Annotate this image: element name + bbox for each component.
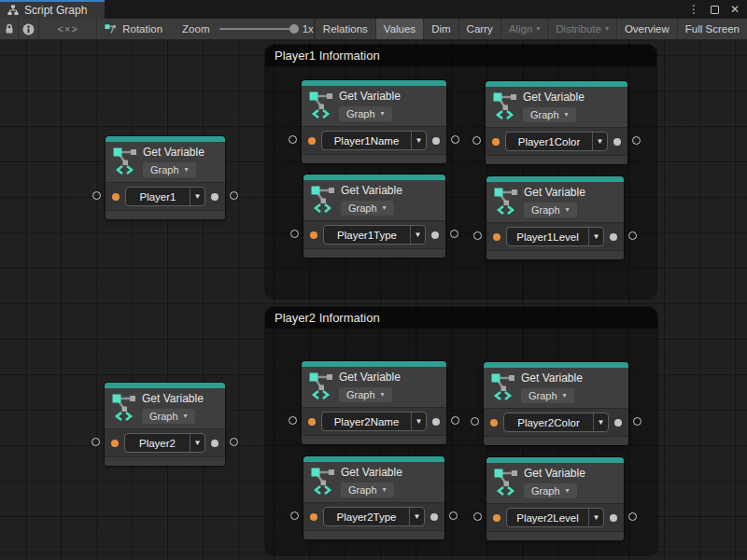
output-port[interactable] [431,231,439,239]
outer-port-left[interactable] [473,512,482,521]
toolbar-button-label: Values [384,23,416,35]
node-get-variable-player2color[interactable]: Get Variable Graph ▾ Player2Color ▼ [484,362,628,445]
input-port[interactable] [492,138,500,146]
node-get-variable-player1color[interactable]: Get Variable Graph ▾ Player1Color ▼ [486,81,627,164]
input-port[interactable] [490,419,498,427]
outer-port-left[interactable] [473,231,482,240]
variable-dropdown[interactable]: Player2Type ▼ [323,507,425,526]
variable-dropdown[interactable]: Player2Color ▼ [503,413,609,432]
input-port[interactable] [493,514,500,522]
outer-port-left[interactable] [290,230,299,238]
node-header: Get Variable Graph ▾ [302,86,446,126]
graph-canvas[interactable]: Player1 InformationPlayer2 Information G… [0,40,747,560]
toolbar-button-carry[interactable]: Carry [458,19,500,39]
outer-port-right[interactable] [451,135,459,144]
input-port[interactable] [310,231,317,239]
menu-icon[interactable]: ⋮ [688,4,699,15]
node-header: Get Variable Graph ▾ [303,462,444,502]
output-port[interactable] [211,193,218,201]
output-port[interactable] [432,418,440,426]
toolbar-button-values[interactable]: Values [375,19,423,39]
outer-port-right[interactable] [451,416,459,425]
node-get-variable-player1name[interactable]: Get Variable Graph ▾ Player1Name ▼ [302,80,446,163]
variable-dropdown[interactable]: Player1Type ▼ [323,225,426,245]
lock-button[interactable] [0,19,19,39]
code-view-button[interactable]: <×> [39,19,96,39]
scope-dropdown[interactable]: Graph ▾ [143,162,196,177]
node-get-variable-player2name[interactable]: Get Variable Graph ▾ Player2Name ▼ [302,361,446,444]
outer-port-left[interactable] [290,511,299,520]
outer-port-right[interactable] [230,191,238,200]
input-port[interactable] [493,233,500,241]
variable-dropdown[interactable]: Player1Name ▼ [321,131,427,150]
scope-dropdown[interactable]: Graph ▾ [524,483,577,498]
variable-name: Player2Type [324,508,409,525]
toolbar-button-align[interactable]: Align▾ [500,19,548,39]
outer-port-right[interactable] [633,417,641,426]
scope-dropdown[interactable]: Graph ▾ [339,106,392,121]
outer-port-left[interactable] [92,191,101,200]
maximize-icon[interactable] [711,6,719,14]
group-title[interactable]: Player2 Information [265,307,657,329]
outer-port-right[interactable] [628,512,637,521]
toolbar-button-label: Full Screen [685,23,740,35]
outer-port-left[interactable] [472,136,481,145]
tab-script-graph[interactable]: Script Graph [0,0,105,19]
scope-dropdown[interactable]: Graph ▾ [341,201,394,216]
node-get-variable-player2[interactable]: Get Variable Graph ▾ Player2 ▼ [105,383,225,466]
input-port[interactable] [310,513,317,521]
group-title[interactable]: Player1 Information [265,45,656,66]
variable-dropdown[interactable]: Player2Level ▼ [506,508,604,527]
scope-dropdown[interactable]: Graph ▾ [523,107,576,122]
variable-dropdown[interactable]: Player2 ▼ [124,433,205,453]
outer-port-right[interactable] [632,136,641,145]
input-port[interactable] [308,137,316,145]
node-get-variable-player2type[interactable]: Get Variable Graph ▾ Player2Type ▼ [303,456,444,539]
output-port[interactable] [432,137,440,145]
toolbar-button-full-screen[interactable]: Full Screen [677,19,747,39]
variable-dropdown[interactable]: Player1Level ▼ [506,227,604,246]
output-port[interactable] [430,513,438,521]
outer-port-left[interactable] [289,416,297,425]
chevron-down-icon: ▼ [190,188,204,205]
toolbar-button-dim[interactable]: Dim [423,19,458,39]
outer-port-right[interactable] [449,511,458,520]
output-port[interactable] [211,440,218,447]
outer-port-right[interactable] [628,231,637,240]
scope-dropdown[interactable]: Graph ▾ [521,388,574,403]
scope-dropdown[interactable]: Graph ▾ [341,483,394,497]
output-port[interactable] [610,514,617,522]
variable-dropdown[interactable]: Player1Color ▼ [505,132,608,151]
close-icon[interactable]: ✕ [730,4,740,15]
node-get-variable-player1[interactable]: Get Variable Graph ▾ Player1 ▼ [106,136,225,219]
scope-dropdown[interactable]: Graph ▾ [339,387,392,402]
output-port[interactable] [614,419,622,427]
toolbar-button-relations[interactable]: Relations [315,19,375,39]
outer-port-left[interactable] [92,438,100,446]
info-button[interactable] [19,19,39,39]
input-port[interactable] [308,418,316,426]
toolbar-button-overview[interactable]: Overview [616,19,677,39]
node-get-variable-player2level[interactable]: Get Variable Graph ▾ Player2Level ▼ [486,457,624,540]
get-variable-icon [311,467,335,495]
variable-dropdown[interactable]: Player1 ▼ [125,187,205,206]
toolbar-button-distribute[interactable]: Distribute▾ [547,19,616,39]
outer-port-left[interactable] [289,135,297,144]
outer-port-left[interactable] [471,417,479,426]
zoom-label: Zoom [182,23,209,35]
scope-dropdown[interactable]: Graph ▾ [142,409,195,424]
output-port[interactable] [613,138,621,146]
outer-port-right[interactable] [230,438,238,446]
node-get-variable-player1type[interactable]: Get Variable Graph ▾ Player1Type ▼ [303,175,445,258]
zoom-slider[interactable] [219,28,295,30]
input-port[interactable] [112,193,120,201]
output-port[interactable] [610,233,617,241]
node-header: Get Variable Graph ▾ [486,182,624,222]
node-footer [303,248,445,258]
node-get-variable-player1level[interactable]: Get Variable Graph ▾ Player1Level ▼ [486,176,624,259]
input-port[interactable] [111,440,119,447]
outer-port-right[interactable] [450,230,458,238]
variable-dropdown[interactable]: Player2Name ▼ [321,412,427,431]
zoom-slider-handle[interactable] [289,24,299,34]
scope-dropdown[interactable]: Graph ▾ [524,203,577,217]
